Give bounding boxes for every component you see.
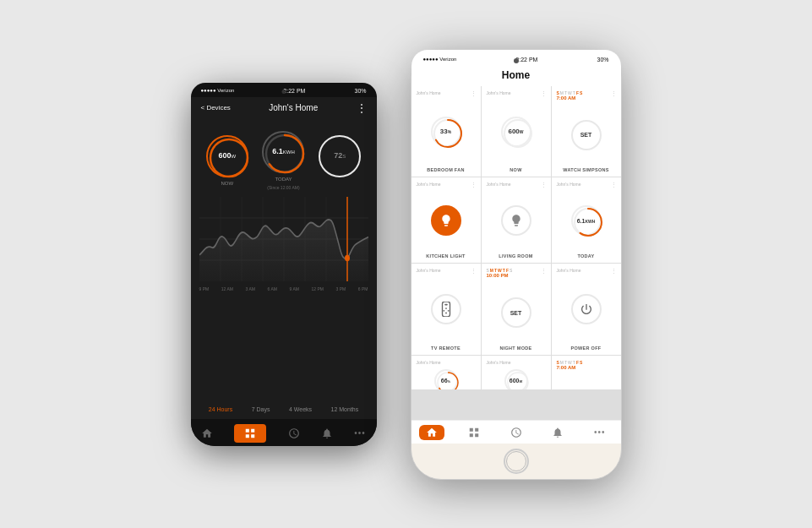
cell-home-label: John's Home <box>417 268 476 273</box>
metric-today: 6.1KWH TODAY (Since 12:00 AM) <box>262 131 304 190</box>
time-3pm: 3 PM <box>336 286 346 291</box>
ios-nav-more[interactable]: ••• <box>587 426 613 438</box>
power-off-label: POWER OFF <box>557 346 616 351</box>
now-gauge-ios: 600W <box>501 117 531 147</box>
grid-cell-today[interactable]: John's Home ⋮ 6.1KWH TODAY <box>552 177 621 263</box>
nav-clock[interactable] <box>288 427 300 439</box>
ios-carrier: ●●●●● Verizon <box>423 57 457 62</box>
grid-cell-tv-remote[interactable]: John's Home ⋮ <box>411 264 481 355</box>
ios-nav-bell[interactable] <box>545 425 570 440</box>
power-off-icon[interactable] <box>571 294 602 324</box>
row4-schedule: S M T W T F S 7:00 AM <box>557 360 616 372</box>
svg-rect-21 <box>444 304 448 306</box>
row4-time: 7:00 AM <box>557 365 616 372</box>
ios-nav-home[interactable] <box>419 425 444 440</box>
metrics-row: 600W NOW 6.1KWH <box>191 119 377 197</box>
living-room-icon[interactable] <box>501 205 531 236</box>
cell-menu-icon[interactable]: ⋮ <box>541 268 547 275</box>
today-label-ios: TODAY <box>557 253 616 259</box>
cell-menu-icon[interactable]: ⋮ <box>611 90 617 97</box>
nav-home[interactable] <box>201 427 213 439</box>
time-3am: 3 AM <box>246 286 255 291</box>
set-button[interactable]: SET <box>571 120 602 150</box>
night-schedule-time: 10:00 PM <box>487 273 546 280</box>
ios-bottom-nav: ••• <box>411 420 621 444</box>
time-12am: 12 AM <box>221 286 233 291</box>
carrier-label: ●●●●● Verizon <box>201 88 235 93</box>
day-f: F <box>576 90 579 96</box>
ios-home-button[interactable] <box>504 449 529 474</box>
day-s2: S <box>580 360 582 366</box>
tv-remote-label: TV REMOTE <box>417 346 476 351</box>
period-7d[interactable]: 7 Days <box>252 406 270 412</box>
grid-cell-power-off[interactable]: John's Home ⋮ POWER OFF <box>552 264 621 355</box>
grid-cell-living-room[interactable]: John's Home ⋮ LIVING ROOM <box>482 177 551 263</box>
ios-nav-clock[interactable] <box>504 425 529 440</box>
grid-cell-row4-3[interactable]: S M T W T F S 7:00 AM <box>552 356 621 389</box>
day-s2: S <box>580 90 582 96</box>
grid-cell-row4-1[interactable]: John's Home 66% <box>411 356 481 389</box>
metric-now: 600W NOW <box>206 135 248 186</box>
time-6pm: 6 PM <box>358 286 368 291</box>
grid-cell-now[interactable]: John's Home ⋮ 600W NOW <box>482 86 551 177</box>
seconds-value: 72S <box>334 152 346 161</box>
cell-menu-icon[interactable]: ⋮ <box>611 268 617 275</box>
today-gauge-ios: 6.1KWH <box>571 205 602 236</box>
grid-cell-bedroom-fan[interactable]: John's Home ⋮ 33% BEDROOM FAN <box>411 86 481 177</box>
period-4w[interactable]: 4 Weeks <box>289 406 312 412</box>
tv-remote-icon[interactable] <box>431 294 461 324</box>
metric-seconds: 72S <box>319 135 361 186</box>
today-gauge: 6.1KWH <box>262 131 304 173</box>
nav-grid[interactable] <box>234 424 266 443</box>
menu-button[interactable]: ⋮ <box>357 102 367 114</box>
grid-cell-watch-simpsons[interactable]: S M T W T F S 7:00 AM ⋮ SET <box>552 86 621 177</box>
day-s2: S <box>510 268 512 274</box>
tv-remote-icon-area <box>417 274 476 346</box>
power-off-icon-area <box>557 274 616 346</box>
ios-battery: 30% <box>597 57 608 63</box>
grid-cell-night-mode[interactable]: S M T W T F S 10:00 PM ⋮ SET <box>482 264 551 355</box>
row4-gauge-1: 66% <box>434 369 458 389</box>
ios-app-header: Home <box>411 66 621 86</box>
seconds-gauge: 72S <box>319 135 361 177</box>
ios-nav-grid[interactable] <box>461 425 487 440</box>
bedroom-fan-icon-area: 33% <box>417 96 476 168</box>
living-room-label: LIVING ROOM <box>487 253 546 259</box>
cell-menu-icon[interactable]: ⋮ <box>471 268 477 275</box>
bedroom-fan-gauge: 33% <box>431 117 461 147</box>
nav-bell[interactable] <box>321 427 333 439</box>
android-bottom-nav: ••• <box>191 419 377 446</box>
back-button[interactable]: < Devices <box>201 104 231 112</box>
cell-menu-icon[interactable]: ⋮ <box>471 182 477 188</box>
svg-point-22 <box>445 308 447 310</box>
cell-menu-icon[interactable]: ⋮ <box>541 90 547 97</box>
night-set-button[interactable]: SET <box>501 297 531 328</box>
grid-cell-kitchen-light[interactable]: John's Home ⋮ KITCHEN LIGHT <box>411 177 481 263</box>
android-screen: 600W NOW 6.1KWH <box>191 119 377 419</box>
day-f: F <box>576 360 579 366</box>
chart-area: 9 PM 12 AM 3 AM 6 AM 9 AM 12 PM 3 PM 6 P… <box>191 197 377 400</box>
period-24h[interactable]: 24 Hours <box>209 406 232 412</box>
kitchen-light-icon[interactable] <box>431 205 461 236</box>
ios-phone: ●●●●● Verizon 2:22 PM 30% Home John's Ho… <box>411 49 622 480</box>
nav-more[interactable]: ••• <box>354 428 366 438</box>
today-sub: (Since 12:00 AM) <box>267 185 299 190</box>
svg-point-14 <box>345 254 350 261</box>
bedroom-fan-label: BEDROOM FAN <box>417 167 476 172</box>
period-12m[interactable]: 12 Months <box>331 406 359 412</box>
time-9am: 9 AM <box>289 286 298 291</box>
cell-menu-icon[interactable]: ⋮ <box>541 182 547 188</box>
now-label-ios: NOW <box>487 167 546 172</box>
ios-screen: John's Home ⋮ 33% BEDROOM FAN <box>411 86 621 420</box>
cell-menu-icon[interactable]: ⋮ <box>471 90 477 97</box>
cell-menu-icon[interactable]: ⋮ <box>611 182 617 188</box>
today-icon-area: 6.1KWH <box>557 188 616 253</box>
svg-point-25 <box>445 313 447 314</box>
grid-cell-row4-2[interactable]: John's Home 600W <box>482 356 551 389</box>
cell-home-label: John's Home <box>417 90 476 95</box>
svg-point-24 <box>447 310 449 312</box>
cell-home-label: John's Home <box>557 182 616 187</box>
night-schedule-label: S M T W T F S 10:00 PM <box>487 268 546 280</box>
android-camera <box>281 90 286 94</box>
watch-simpsons-label: WATCH SIMPSONS <box>557 167 616 172</box>
